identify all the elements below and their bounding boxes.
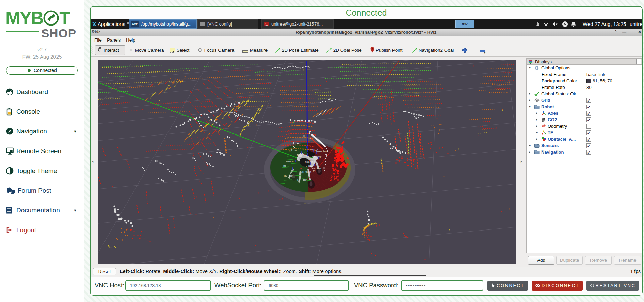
svg-text:2_d: 2_d [301, 151, 305, 154]
svg-text:RL_calf: RL_calf [284, 174, 293, 177]
svg-text:steerin: steerin [286, 160, 294, 163]
svg-text:FR_thigh: FR_thigh [312, 155, 322, 158]
svg-text:R_thigh: R_thigh [302, 170, 311, 173]
svg-text:base_link: base_link [316, 150, 327, 153]
svg-text:x_link: x_link [306, 165, 312, 168]
svg-text:RL: RL [283, 165, 287, 168]
svg-text:FL: FL [313, 170, 316, 173]
svg-text:g.2_uni: g.2_uni [289, 149, 297, 152]
svg-text:FL: FL [297, 154, 300, 157]
svg-text:RR_calf: RR_calf [297, 178, 307, 181]
svg-text:nkle_link: nkle_link [305, 160, 315, 163]
